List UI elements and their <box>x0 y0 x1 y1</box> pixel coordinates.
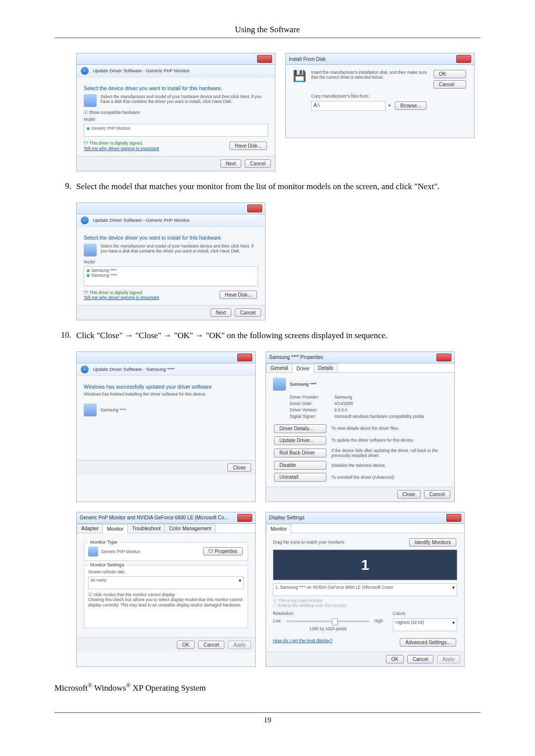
low-label: Low <box>273 618 281 623</box>
model-item[interactable]: Samsung **** <box>86 273 256 278</box>
close-icon[interactable] <box>456 55 471 63</box>
wizard-heading: Select the device driver you want to ins… <box>84 235 258 241</box>
update-driver-window-2: ← Update Driver Software - Generic PnP M… <box>76 202 266 320</box>
monitor-preview[interactable]: 1 <box>273 550 457 580</box>
monitor-select[interactable]: 1. Samsung **** on NVIDIA GeForce 6600 L… <box>273 583 457 596</box>
model-listbox[interactable]: Samsung **** Samsung **** <box>84 266 258 286</box>
properties-button[interactable]: 🛡 Properties <box>203 547 243 555</box>
colors-label: Colors: <box>393 611 457 616</box>
install-from-disk-dialog: Install From Disk 💾 Insert the manufactu… <box>285 53 475 138</box>
disable-desc: Disables the selected device. <box>331 463 447 468</box>
browse-button[interactable]: Browse... <box>395 101 427 110</box>
refresh-rate-value: 60 Hertz <box>91 578 107 588</box>
signing-link[interactable]: Tell me why driver signing is important <box>84 146 159 151</box>
have-disk-button[interactable]: Have Disk... <box>229 142 267 150</box>
wizard-desc: Select the manufacturer and model of you… <box>101 94 268 107</box>
display-settings-window: Display Settings Monitor Drag the icons … <box>266 512 465 667</box>
dialog-title: Display Settings <box>269 515 305 520</box>
rollback-desc: If the device fails after updating the d… <box>331 448 447 458</box>
tab-adapter[interactable]: Adapter <box>77 524 103 533</box>
uninstall-desc: To uninstall the driver (Advanced). <box>331 475 447 480</box>
model-listbox[interactable]: Generic PnP Monitor <box>84 124 268 137</box>
refresh-rate-select[interactable]: 60 Hertz ▾ <box>88 576 244 589</box>
have-disk-button[interactable]: Have Disk... <box>219 291 257 299</box>
crumb-text: Update Driver Software - Generic PnP Mon… <box>93 217 190 222</box>
close-button[interactable]: Close <box>227 463 251 472</box>
dropdown-icon[interactable]: ▾ <box>239 578 241 588</box>
cancel-button[interactable]: Cancel <box>198 641 224 649</box>
close-icon[interactable] <box>436 353 451 361</box>
close-icon[interactable] <box>446 514 461 522</box>
tabstrip: Adapter Monitor Troubleshoot Color Manag… <box>77 524 255 533</box>
resolution-slider[interactable] <box>286 620 370 622</box>
tab-details[interactable]: Details <box>314 363 338 372</box>
back-icon[interactable]: ← <box>81 216 89 224</box>
tab-color-management[interactable]: Color Management <box>164 524 215 533</box>
next-button[interactable]: Next <box>220 159 242 168</box>
close-icon[interactable] <box>257 55 272 63</box>
dropdown-icon[interactable]: ▾ <box>388 103 391 108</box>
tab-monitor[interactable]: Monitor <box>103 524 128 533</box>
tabstrip: General Driver Details <box>266 363 454 373</box>
identify-monitors-button[interactable]: Identify Monitors <box>409 538 456 547</box>
update-driver-button[interactable]: Update Driver... <box>274 436 326 445</box>
success-heading: Windows has successfully updated your dr… <box>84 384 248 390</box>
cancel-button[interactable]: Cancel <box>235 308 261 317</box>
driver-details-button[interactable]: Driver Details... <box>274 424 326 433</box>
window-titlebar <box>77 53 275 65</box>
disable-button[interactable]: Disable <box>274 461 326 470</box>
breadcrumb: ← Update Driver Software - Samsung **** <box>77 363 255 376</box>
monitor-icon <box>84 94 97 107</box>
tab-monitor[interactable]: Monitor <box>266 524 291 533</box>
hide-modes-desc: Clearing this check box allows you to se… <box>88 597 244 607</box>
tabstrip: Monitor <box>266 524 464 533</box>
update-driver-window-1: ← Update Driver Software - Generic PnP M… <box>76 53 275 171</box>
dropdown-icon[interactable]: ▾ <box>452 620 455 630</box>
tab-general[interactable]: General <box>266 363 293 372</box>
uninstall-button[interactable]: Uninstall <box>274 473 326 482</box>
resolution-value: 1280 by 1024 pixels <box>273 626 383 631</box>
update-driver-desc: To update the driver software for this d… <box>331 438 447 443</box>
rollback-button[interactable]: Roll Back Driver <box>274 449 326 457</box>
disk-icon: 💾 <box>293 70 306 113</box>
advanced-settings-button[interactable]: Advanced Settings... <box>400 638 456 647</box>
back-icon[interactable]: ← <box>81 67 89 75</box>
dropdown-icon[interactable]: ▾ <box>452 585 455 595</box>
cancel-button[interactable]: Cancel <box>433 80 466 89</box>
tab-driver[interactable]: Driver <box>292 364 315 373</box>
apply-button[interactable]: Apply <box>437 655 460 663</box>
next-button[interactable]: Next <box>211 308 232 317</box>
signed-label: 🛡 This driver is digitally signed. <box>84 290 159 295</box>
refresh-rate-label: Screen refresh rate: <box>88 569 244 574</box>
model-item[interactable]: Generic PnP Monitor <box>86 126 130 131</box>
close-icon[interactable] <box>237 353 252 361</box>
tab-troubleshoot[interactable]: Troubleshoot <box>127 524 165 533</box>
update-success-window: ← Update Driver Software - Samsung **** … <box>76 352 256 502</box>
cancel-button[interactable]: Cancel <box>407 655 433 663</box>
close-icon[interactable] <box>247 204 262 212</box>
provider-value: Samsung <box>334 395 447 400</box>
ok-button[interactable]: OK <box>386 655 404 663</box>
crumb-text: Update Driver Software - Samsung **** <box>93 366 175 371</box>
cancel-button[interactable]: Cancel <box>245 159 271 168</box>
ok-button[interactable]: OK <box>177 641 195 649</box>
ok-button[interactable]: OK <box>433 70 466 78</box>
signing-link[interactable]: Tell me why driver signing is important <box>84 295 159 300</box>
model-item[interactable]: Samsung **** <box>86 268 256 273</box>
apply-button[interactable]: Apply <box>228 641 251 649</box>
disk-desc: Insert the manufacturer's installation d… <box>311 70 428 80</box>
monitor-icon <box>88 547 98 556</box>
show-compatible-checkbox[interactable]: Show compatible hardware <box>84 110 268 115</box>
signer-value: microsoft windows hardware compatibility… <box>334 414 447 419</box>
cancel-button[interactable]: Cancel <box>424 490 450 499</box>
page-footer: 19 <box>54 712 481 724</box>
close-button[interactable]: Close <box>397 490 421 499</box>
breadcrumb: ← Update Driver Software - Generic PnP M… <box>77 214 265 227</box>
best-display-link[interactable]: How do I get the best display? <box>273 638 333 647</box>
close-icon[interactable] <box>237 514 252 522</box>
hide-modes-checkbox[interactable]: Hide modes that this monitor cannot disp… <box>88 592 244 597</box>
back-icon[interactable]: ← <box>81 365 89 373</box>
monitor-type-name: Generic PnP Monitor <box>101 549 140 554</box>
path-input[interactable]: A:\ <box>311 101 385 111</box>
colors-select[interactable]: Highest (32 bit) ▾ <box>393 618 457 631</box>
